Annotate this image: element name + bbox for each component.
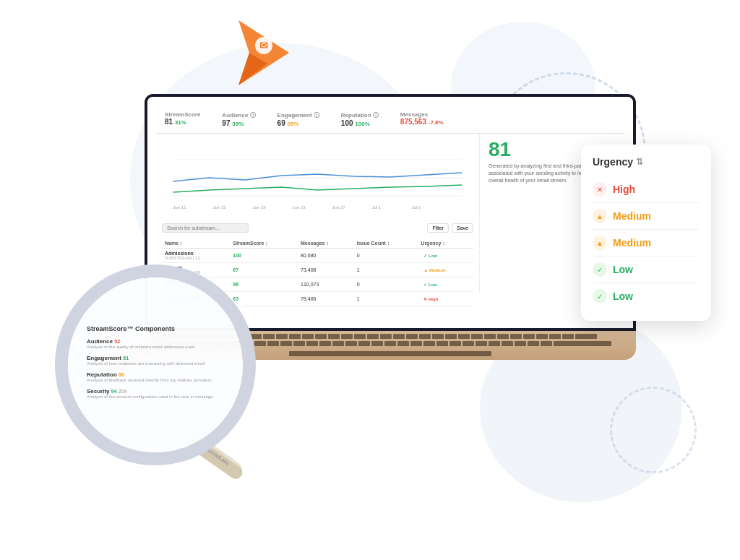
svg-rect-63 xyxy=(371,341,383,346)
component-desc: Analysis of feedback received directly f… xyxy=(87,378,224,384)
urgency-card: Urgency ⇅ ✕ High ▲ Medium ▲ Medium ✓ Low… xyxy=(581,145,711,321)
save-button[interactable]: Save xyxy=(452,223,473,233)
urgency-dot: ✓ xyxy=(593,289,607,303)
svg-rect-24 xyxy=(289,334,301,339)
components-card-inner: StreamScore™ Components Audience 52 Anal… xyxy=(79,318,231,411)
svg-text:Jun 11: Jun 11 xyxy=(173,205,187,210)
svg-rect-74 xyxy=(515,341,526,346)
notification-icon: ✉ xyxy=(231,13,296,92)
urgency-item: ✓ Low xyxy=(593,283,700,309)
svg-rect-75 xyxy=(528,341,539,346)
col-name: Name ↕ xyxy=(162,238,230,249)
cell-messages: 78,466 xyxy=(298,292,354,306)
svg-rect-46 xyxy=(575,334,597,339)
svg-rect-76 xyxy=(541,341,552,346)
svg-rect-37 xyxy=(458,334,470,339)
urgency-list: ✕ High ▲ Medium ▲ Medium ✓ Low ✓ Low xyxy=(593,176,700,309)
messages-label: Messages xyxy=(400,111,444,118)
cell-urgency: ✓ Low xyxy=(418,249,473,263)
svg-rect-40 xyxy=(497,334,509,339)
svg-rect-69 xyxy=(449,341,461,346)
cell-urgency: ✓ Low xyxy=(418,277,473,292)
svg-rect-32 xyxy=(393,334,405,339)
svg-rect-33 xyxy=(406,334,418,339)
audience-label: Audience ⓘ xyxy=(222,111,255,119)
urgency-dot: ✕ xyxy=(593,182,607,197)
col-messages: Messages ↕ xyxy=(298,238,354,249)
table-header-row: Name ↕ StreamScore ↕ Messages ↕ Issue Co… xyxy=(162,238,473,249)
cell-messages: 80,680 xyxy=(298,249,354,263)
urgency-level: Low xyxy=(613,264,633,275)
col-issues: Issue Count ↕ xyxy=(354,238,418,249)
svg-rect-70 xyxy=(462,341,474,346)
engagement-label: Engagement ⓘ xyxy=(278,111,319,119)
search-input[interactable] xyxy=(162,223,249,233)
dashed-circle-2 xyxy=(610,387,697,473)
svg-rect-28 xyxy=(341,334,353,339)
urgency-sort-icon[interactable]: ⇅ xyxy=(636,157,643,167)
cell-issues: 1 xyxy=(354,263,418,277)
svg-rect-34 xyxy=(419,334,431,339)
svg-rect-78 xyxy=(289,351,491,356)
component-name: Engagement 81 xyxy=(87,355,224,361)
svg-rect-67 xyxy=(423,341,435,346)
svg-text:Jul 5: Jul 5 xyxy=(412,205,421,210)
filter-button[interactable]: Filter xyxy=(427,223,449,233)
component-item: Audience 52 Analysis of the quality of r… xyxy=(87,338,224,350)
svg-rect-35 xyxy=(432,334,444,339)
audience-value: 97 39% xyxy=(222,119,255,127)
streamscore-label: StreamScore xyxy=(165,111,200,118)
engagement-value: 69 09% xyxy=(278,119,319,127)
component-item: Engagement 81 Analysis of how recipients… xyxy=(87,355,224,367)
svg-rect-60 xyxy=(332,341,344,346)
components-list: Audience 52 Analysis of the quality of r… xyxy=(87,338,224,400)
component-name: Reputation 66 xyxy=(87,371,224,378)
svg-rect-66 xyxy=(410,341,422,346)
components-card: StreamScore™ Components Audience 52 Anal… xyxy=(67,277,244,453)
urgency-title: Urgency ⇅ xyxy=(593,156,700,168)
urgency-level: Medium xyxy=(613,210,651,222)
component-name: Security 94 204 xyxy=(87,388,224,395)
svg-rect-38 xyxy=(471,334,483,339)
svg-rect-30 xyxy=(367,334,379,339)
svg-rect-42 xyxy=(523,334,535,339)
svg-rect-44 xyxy=(549,334,561,339)
line-chart: Jun 11 Jun 15 Jun 19 Jun 23 Jun 27 Jul 1… xyxy=(162,145,473,217)
cell-issues: 1 xyxy=(354,292,418,306)
svg-rect-56 xyxy=(280,341,292,346)
urgency-level: Medium xyxy=(613,237,651,249)
svg-rect-77 xyxy=(554,341,611,346)
svg-rect-64 xyxy=(384,341,396,346)
svg-rect-39 xyxy=(484,334,496,339)
svg-rect-25 xyxy=(302,334,314,339)
component-desc: Analysis of how recipients are interacti… xyxy=(87,361,224,367)
components-title: StreamScore™ Components xyxy=(87,325,224,332)
svg-rect-31 xyxy=(380,334,392,339)
cell-issues: 0 xyxy=(354,249,418,263)
svg-rect-71 xyxy=(476,341,487,346)
cell-urgency: ▲ Medium xyxy=(418,263,473,277)
metrics-header: StreamScore 81 31% Audience ⓘ 97 39% xyxy=(156,105,624,134)
svg-text:Jun 19: Jun 19 xyxy=(253,205,267,210)
svg-text:Jun 23: Jun 23 xyxy=(293,205,306,210)
svg-rect-26 xyxy=(315,334,327,339)
component-item: Reputation 66 Analysis of feedback recei… xyxy=(87,371,224,384)
metric-audience: Audience ⓘ 97 39% xyxy=(222,111,255,127)
svg-rect-59 xyxy=(319,341,331,346)
magnifier-group: SocketLabs StreamScore™ Components Audie… xyxy=(47,257,271,495)
reputation-label: Reputation ⓘ xyxy=(341,111,379,119)
svg-rect-45 xyxy=(562,334,574,339)
reputation-value: 100 100% xyxy=(341,119,379,127)
urgency-level: Low xyxy=(613,290,633,302)
svg-text:Jul 1: Jul 1 xyxy=(372,205,382,210)
svg-rect-57 xyxy=(293,341,305,346)
svg-rect-43 xyxy=(536,334,548,339)
svg-rect-41 xyxy=(510,334,522,339)
urgency-dot: ▲ xyxy=(593,236,607,250)
svg-rect-27 xyxy=(328,334,340,339)
cell-messages: 110,073 xyxy=(298,277,354,292)
table-toolbar: Filter Save xyxy=(162,220,473,236)
component-desc: Analysis of the quality of recipient ema… xyxy=(87,345,224,350)
col-streamscore: StreamScore ↕ xyxy=(230,238,298,249)
col-urgency: Urgency ↕ xyxy=(418,238,473,249)
